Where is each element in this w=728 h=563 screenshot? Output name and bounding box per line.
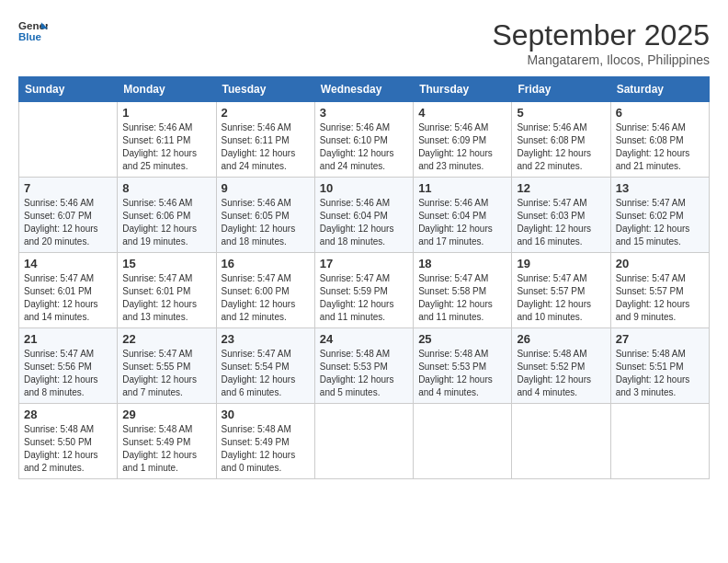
week-row-3: 14Sunrise: 5:47 AM Sunset: 6:01 PM Dayli… xyxy=(19,253,710,328)
day-cell: 8Sunrise: 5:46 AM Sunset: 6:06 PM Daylig… xyxy=(118,178,216,253)
day-cell: 20Sunrise: 5:47 AM Sunset: 5:57 PM Dayli… xyxy=(610,253,709,328)
logo-icon: General Blue xyxy=(18,18,48,44)
day-info: Sunrise: 5:46 AM Sunset: 6:08 PM Dayligh… xyxy=(616,121,704,173)
location-subtitle: Mangatarem, Ilocos, Philippines xyxy=(492,52,710,67)
day-cell xyxy=(414,404,512,479)
col-header-wednesday: Wednesday xyxy=(314,77,413,102)
month-title: September 2025 xyxy=(492,18,710,52)
day-info: Sunrise: 5:48 AM Sunset: 5:49 PM Dayligh… xyxy=(222,423,310,475)
day-info: Sunrise: 5:48 AM Sunset: 5:53 PM Dayligh… xyxy=(320,348,408,399)
day-number: 30 xyxy=(222,408,310,421)
title-area: September 2025 Mangatarem, Ilocos, Phili… xyxy=(492,18,710,67)
day-cell: 19Sunrise: 5:47 AM Sunset: 5:57 PM Dayli… xyxy=(512,253,610,328)
day-info: Sunrise: 5:46 AM Sunset: 6:06 PM Dayligh… xyxy=(122,197,210,248)
day-cell: 10Sunrise: 5:46 AM Sunset: 6:04 PM Dayli… xyxy=(314,178,413,253)
day-number: 4 xyxy=(418,106,506,120)
logo: General Blue xyxy=(18,18,48,44)
day-cell: 11Sunrise: 5:46 AM Sunset: 6:04 PM Dayli… xyxy=(414,178,512,253)
day-info: Sunrise: 5:46 AM Sunset: 6:04 PM Dayligh… xyxy=(418,197,506,248)
day-cell: 7Sunrise: 5:46 AM Sunset: 6:07 PM Daylig… xyxy=(19,178,118,253)
day-number: 16 xyxy=(222,257,310,270)
day-info: Sunrise: 5:47 AM Sunset: 5:57 PM Dayligh… xyxy=(517,272,605,324)
day-info: Sunrise: 5:47 AM Sunset: 5:59 PM Dayligh… xyxy=(320,272,408,324)
day-info: Sunrise: 5:48 AM Sunset: 5:49 PM Dayligh… xyxy=(122,423,210,475)
col-header-sunday: Sunday xyxy=(19,77,118,102)
day-cell: 17Sunrise: 5:47 AM Sunset: 5:59 PM Dayli… xyxy=(314,253,413,328)
header: General Blue September 2025 Mangatarem, … xyxy=(18,18,710,67)
day-number: 1 xyxy=(122,106,210,120)
day-number: 12 xyxy=(517,181,605,195)
day-number: 13 xyxy=(616,181,704,195)
day-info: Sunrise: 5:48 AM Sunset: 5:53 PM Dayligh… xyxy=(418,348,506,399)
day-cell: 27Sunrise: 5:48 AM Sunset: 5:51 PM Dayli… xyxy=(610,328,709,404)
day-cell: 15Sunrise: 5:47 AM Sunset: 6:01 PM Dayli… xyxy=(118,253,216,328)
day-number: 26 xyxy=(517,332,605,346)
day-info: Sunrise: 5:46 AM Sunset: 6:07 PM Dayligh… xyxy=(24,197,112,248)
day-cell: 14Sunrise: 5:47 AM Sunset: 6:01 PM Dayli… xyxy=(19,253,118,328)
day-number: 19 xyxy=(517,257,605,270)
day-cell: 24Sunrise: 5:48 AM Sunset: 5:53 PM Dayli… xyxy=(314,328,413,404)
day-info: Sunrise: 5:48 AM Sunset: 5:51 PM Dayligh… xyxy=(616,348,704,399)
day-cell: 30Sunrise: 5:48 AM Sunset: 5:49 PM Dayli… xyxy=(216,404,314,479)
day-info: Sunrise: 5:47 AM Sunset: 5:54 PM Dayligh… xyxy=(222,348,310,399)
day-info: Sunrise: 5:47 AM Sunset: 6:01 PM Dayligh… xyxy=(24,272,112,324)
day-info: Sunrise: 5:48 AM Sunset: 5:52 PM Dayligh… xyxy=(517,348,605,399)
week-row-1: 1Sunrise: 5:46 AM Sunset: 6:11 PM Daylig… xyxy=(19,102,710,178)
day-number: 28 xyxy=(24,408,112,421)
day-info: Sunrise: 5:47 AM Sunset: 5:56 PM Dayligh… xyxy=(24,348,112,399)
day-info: Sunrise: 5:46 AM Sunset: 6:05 PM Dayligh… xyxy=(222,197,310,248)
day-number: 20 xyxy=(616,257,704,270)
day-cell: 25Sunrise: 5:48 AM Sunset: 5:53 PM Dayli… xyxy=(414,328,512,404)
day-info: Sunrise: 5:46 AM Sunset: 6:10 PM Dayligh… xyxy=(320,121,408,173)
day-info: Sunrise: 5:47 AM Sunset: 6:01 PM Dayligh… xyxy=(122,272,210,324)
day-number: 7 xyxy=(24,181,112,195)
day-cell: 22Sunrise: 5:47 AM Sunset: 5:55 PM Dayli… xyxy=(118,328,216,404)
day-number: 23 xyxy=(222,332,310,346)
calendar-table: SundayMondayTuesdayWednesdayThursdayFrid… xyxy=(18,76,710,479)
day-number: 9 xyxy=(222,181,310,195)
day-number: 27 xyxy=(616,332,704,346)
day-cell xyxy=(610,404,709,479)
day-cell: 6Sunrise: 5:46 AM Sunset: 6:08 PM Daylig… xyxy=(610,102,709,178)
day-number: 10 xyxy=(320,181,408,195)
day-cell: 9Sunrise: 5:46 AM Sunset: 6:05 PM Daylig… xyxy=(216,178,314,253)
day-cell: 1Sunrise: 5:46 AM Sunset: 6:11 PM Daylig… xyxy=(118,102,216,178)
day-cell xyxy=(512,404,610,479)
day-number: 22 xyxy=(122,332,210,346)
day-info: Sunrise: 5:46 AM Sunset: 6:11 PM Dayligh… xyxy=(222,121,310,173)
day-cell: 2Sunrise: 5:46 AM Sunset: 6:11 PM Daylig… xyxy=(216,102,314,178)
week-row-2: 7Sunrise: 5:46 AM Sunset: 6:07 PM Daylig… xyxy=(19,178,710,253)
day-cell: 28Sunrise: 5:48 AM Sunset: 5:50 PM Dayli… xyxy=(19,404,118,479)
day-cell: 26Sunrise: 5:48 AM Sunset: 5:52 PM Dayli… xyxy=(512,328,610,404)
day-info: Sunrise: 5:48 AM Sunset: 5:50 PM Dayligh… xyxy=(24,423,112,475)
day-cell: 18Sunrise: 5:47 AM Sunset: 5:58 PM Dayli… xyxy=(414,253,512,328)
week-row-4: 21Sunrise: 5:47 AM Sunset: 5:56 PM Dayli… xyxy=(19,328,710,404)
week-row-5: 28Sunrise: 5:48 AM Sunset: 5:50 PM Dayli… xyxy=(19,404,710,479)
day-info: Sunrise: 5:47 AM Sunset: 5:55 PM Dayligh… xyxy=(122,348,210,399)
day-cell: 12Sunrise: 5:47 AM Sunset: 6:03 PM Dayli… xyxy=(512,178,610,253)
day-cell: 23Sunrise: 5:47 AM Sunset: 5:54 PM Dayli… xyxy=(216,328,314,404)
col-header-monday: Monday xyxy=(118,77,216,102)
day-number: 25 xyxy=(418,332,506,346)
day-cell xyxy=(314,404,413,479)
day-number: 24 xyxy=(320,332,408,346)
day-number: 18 xyxy=(418,257,506,270)
day-cell: 29Sunrise: 5:48 AM Sunset: 5:49 PM Dayli… xyxy=(118,404,216,479)
day-number: 3 xyxy=(320,106,408,120)
day-cell: 3Sunrise: 5:46 AM Sunset: 6:10 PM Daylig… xyxy=(314,102,413,178)
day-cell: 16Sunrise: 5:47 AM Sunset: 6:00 PM Dayli… xyxy=(216,253,314,328)
col-header-friday: Friday xyxy=(512,77,610,102)
day-cell: 13Sunrise: 5:47 AM Sunset: 6:02 PM Dayli… xyxy=(610,178,709,253)
day-number: 11 xyxy=(418,181,506,195)
col-header-thursday: Thursday xyxy=(414,77,512,102)
svg-text:Blue: Blue xyxy=(18,31,42,42)
day-info: Sunrise: 5:47 AM Sunset: 6:02 PM Dayligh… xyxy=(616,197,704,248)
day-cell: 21Sunrise: 5:47 AM Sunset: 5:56 PM Dayli… xyxy=(19,328,118,404)
day-cell: 5Sunrise: 5:46 AM Sunset: 6:08 PM Daylig… xyxy=(512,102,610,178)
day-info: Sunrise: 5:46 AM Sunset: 6:04 PM Dayligh… xyxy=(320,197,408,248)
day-info: Sunrise: 5:47 AM Sunset: 6:00 PM Dayligh… xyxy=(222,272,310,324)
day-number: 2 xyxy=(222,106,310,120)
day-number: 14 xyxy=(24,257,112,270)
day-info: Sunrise: 5:47 AM Sunset: 5:58 PM Dayligh… xyxy=(418,272,506,324)
day-info: Sunrise: 5:46 AM Sunset: 6:08 PM Dayligh… xyxy=(517,121,605,173)
